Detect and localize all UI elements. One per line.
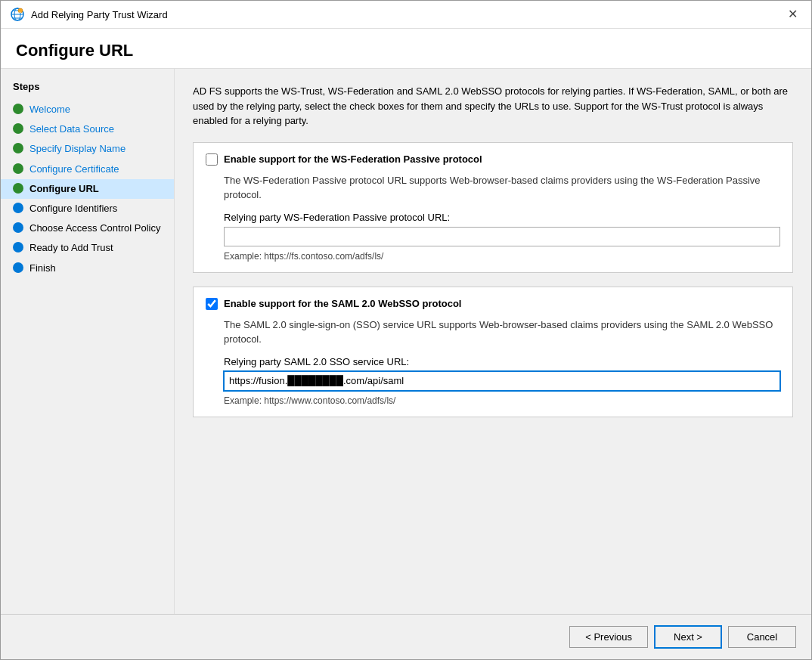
sidebar-item-label-ready-to-add-trust: Ready to Add Trust (29, 241, 113, 255)
sidebar-item-label-specify-display-name: Specify Display Name (29, 142, 126, 156)
ws-federation-description: The WS-Federation Passive protocol URL s… (224, 173, 780, 203)
app-icon: + (10, 7, 25, 22)
saml-checkbox[interactable] (206, 298, 218, 310)
ws-federation-checkbox-row: Enable support for the WS-Federation Pas… (206, 153, 780, 166)
saml-description: The SAML 2.0 single-sign-on (SSO) servic… (224, 318, 780, 347)
dot-configure-identifiers (13, 203, 23, 213)
content-area: Steps Welcome Select Data Source Specify… (1, 69, 811, 614)
sidebar-item-label-configure-url: Configure URL (29, 182, 99, 196)
ws-federation-example: Example: https://fs.contoso.com/adfs/ls/ (224, 251, 780, 262)
sidebar-item-ready-to-add-trust[interactable]: Ready to Add Trust (1, 238, 174, 258)
dot-select-data-source (13, 123, 23, 134)
ws-federation-checkbox[interactable] (206, 153, 218, 166)
sidebar-item-label-select-data-source: Select Data Source (29, 122, 114, 136)
sidebar-item-choose-access-control[interactable]: Choose Access Control Policy (1, 218, 174, 238)
main-panel: AD FS supports the WS-Trust, WS-Federati… (175, 69, 811, 614)
sidebar-item-label-choose-access-control: Choose Access Control Policy (29, 222, 160, 235)
saml-example: Example: https://www.contoso.com/adfs/ls… (224, 395, 780, 406)
saml-url-input[interactable] (224, 371, 780, 391)
sidebar-item-select-data-source[interactable]: Select Data Source (1, 119, 174, 139)
sidebar-item-label-configure-identifiers: Configure Identifiers (29, 202, 117, 215)
close-button[interactable]: ✕ (783, 7, 802, 22)
saml-field-label: Relying party SAML 2.0 SSO service URL: (224, 356, 780, 367)
dot-configure-url (13, 183, 23, 194)
sidebar-item-label-welcome: Welcome (29, 103, 70, 116)
dot-welcome (13, 104, 23, 114)
title-bar-left: + Add Relying Party Trust Wizard (10, 7, 168, 22)
dot-ready-to-add-trust (13, 242, 23, 253)
saml-checkbox-label[interactable]: Enable support for the SAML 2.0 WebSSO p… (224, 298, 461, 309)
dot-specify-display-name (13, 143, 23, 153)
dot-finish (13, 262, 23, 273)
sidebar-title: Steps (1, 81, 174, 100)
dot-configure-certificate (13, 163, 23, 174)
wizard-window: + Add Relying Party Trust Wizard ✕ Confi… (0, 0, 812, 660)
footer: < Previous Next > Cancel (1, 614, 811, 659)
sidebar-item-configure-certificate[interactable]: Configure Certificate (1, 160, 174, 179)
main-description: AD FS supports the WS-Trust, WS-Federati… (193, 84, 793, 129)
title-bar: + Add Relying Party Trust Wizard ✕ (1, 1, 811, 29)
sidebar-item-label-configure-certificate: Configure Certificate (29, 163, 119, 176)
sidebar-item-finish[interactable]: Finish (1, 259, 174, 278)
ws-federation-checkbox-label[interactable]: Enable support for the WS-Federation Pas… (224, 153, 482, 165)
sidebar-item-configure-url[interactable]: Configure URL (1, 179, 174, 199)
title-bar-text: Add Relying Party Trust Wizard (31, 9, 168, 20)
sidebar-item-specify-display-name[interactable]: Specify Display Name (1, 139, 174, 159)
dot-choose-access-control (13, 222, 23, 233)
sidebar-item-welcome[interactable]: Welcome (1, 100, 174, 119)
sidebar-item-configure-identifiers[interactable]: Configure Identifiers (1, 199, 174, 218)
previous-button[interactable]: < Previous (569, 626, 648, 648)
cancel-button[interactable]: Cancel (728, 626, 796, 648)
ws-federation-field-label: Relying party WS-Federation Passive prot… (224, 212, 780, 223)
sidebar-item-label-finish: Finish (29, 262, 56, 275)
saml-checkbox-row: Enable support for the SAML 2.0 WebSSO p… (206, 298, 780, 310)
page-title: Configure URL (1, 29, 811, 69)
next-button[interactable]: Next > (654, 625, 722, 649)
saml-block: Enable support for the SAML 2.0 WebSSO p… (193, 287, 793, 417)
sidebar: Steps Welcome Select Data Source Specify… (1, 69, 175, 614)
ws-federation-url-input[interactable] (224, 227, 780, 246)
ws-federation-block: Enable support for the WS-Federation Pas… (193, 142, 793, 273)
